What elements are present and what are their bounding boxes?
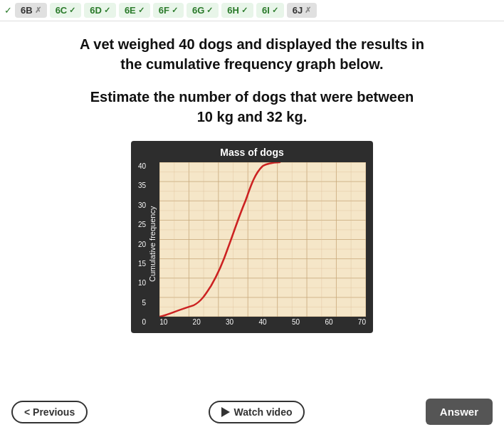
chart-card: Mass of dogs 40 35 30 25 20 15 10 5 0 Cu… [131, 141, 373, 333]
estimate-text: Estimate the number of dogs that were be… [21, 87, 483, 127]
watch-video-label: Watch video [234, 406, 293, 418]
tab-6I-label: 6I [262, 5, 270, 16]
tab-6C[interactable]: 6C ✓ [50, 3, 82, 18]
main-content: A vet weighed 40 dogs and displayed the … [0, 21, 504, 340]
watch-video-button[interactable]: Watch video [209, 401, 305, 423]
problem-line2: the cumulative frequency graph below. [120, 56, 383, 72]
y-axis-labels: 40 35 30 25 20 15 10 5 0 [138, 162, 146, 326]
chart-plot [159, 162, 366, 317]
tab-6D-status: ✓ [104, 6, 110, 15]
tab-6H-label: 6H [227, 5, 239, 16]
tab-6G[interactable]: 6G ✓ [187, 3, 219, 18]
tab-check-icon: ✓ [4, 5, 12, 16]
tab-6F-label: 6F [159, 5, 169, 16]
tab-6B-label: 6B [21, 5, 33, 16]
bottom-bar: < Previous Watch video Answer [0, 391, 504, 432]
y-axis-label: Cumulative frequency [148, 162, 157, 326]
tab-6I-status: ✓ [272, 6, 278, 15]
tab-6F-status: ✓ [172, 6, 178, 15]
tab-6E[interactable]: 6E ✓ [119, 3, 150, 18]
tab-6J[interactable]: 6J ✗ [287, 3, 317, 18]
tab-6G-label: 6G [192, 5, 204, 16]
tab-6C-label: 6C [56, 5, 68, 16]
previous-label: < Previous [24, 406, 75, 418]
tab-6D[interactable]: 6D ✓ [84, 3, 116, 18]
problem-text: A vet weighed 40 dogs and displayed the … [21, 34, 483, 74]
previous-button[interactable]: < Previous [11, 401, 88, 423]
tab-6B-status: ✗ [35, 6, 41, 15]
tab-6I[interactable]: 6I ✓ [256, 3, 284, 18]
tab-6E-status: ✓ [138, 6, 145, 15]
estimate-line2: 10 kg and 32 kg. [197, 109, 308, 125]
answer-button[interactable]: Answer [426, 399, 493, 425]
tab-6C-status: ✓ [69, 6, 75, 15]
tab-6G-status: ✓ [206, 6, 213, 15]
tab-6D-label: 6D [90, 5, 102, 16]
tab-6F[interactable]: 6F ✓ [153, 3, 184, 18]
estimate-line1: Estimate the number of dogs that were be… [90, 89, 414, 105]
tab-6J-label: 6J [293, 5, 303, 16]
play-icon [221, 407, 230, 417]
tab-6E-label: 6E [125, 5, 136, 16]
chart-container: Mass of dogs 40 35 30 25 20 15 10 5 0 Cu… [21, 141, 483, 333]
tab-6B[interactable]: 6B ✗ [15, 3, 47, 18]
x-axis-labels: 10 20 30 40 50 60 70 [159, 317, 366, 326]
tab-6H-status: ✓ [241, 6, 248, 15]
chart-inner: 40 35 30 25 20 15 10 5 0 Cumulative freq… [138, 162, 366, 326]
tab-6H[interactable]: 6H ✓ [221, 3, 253, 18]
chart-title: Mass of dogs [138, 147, 366, 158]
tab-6J-status: ✗ [305, 6, 311, 15]
problem-line1: A vet weighed 40 dogs and displayed the … [80, 36, 424, 52]
tab-bar: ✓ 6B ✗ 6C ✓ 6D ✓ 6E ✓ 6F ✓ 6G ✓ 6H ✓ 6I … [0, 0, 504, 21]
answer-label: Answer [440, 406, 478, 418]
